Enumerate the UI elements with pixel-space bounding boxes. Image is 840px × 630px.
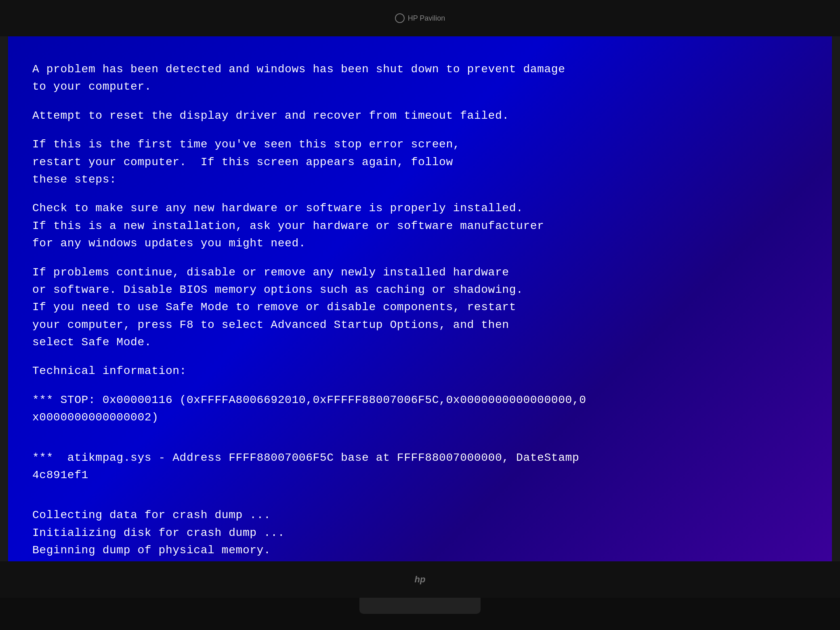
bsod-line-12: If you need to use Safe Mode to remove o… [32, 298, 804, 316]
monitor-stand [359, 598, 481, 614]
brand-label: HP Pavilion [408, 14, 445, 23]
spacer-10 [32, 495, 804, 506]
bsod-line-20: Collecting data for crash dump ... [32, 506, 804, 524]
spacer-8 [32, 438, 804, 449]
bsod-line-11: or software. Disable BIOS memory options… [32, 281, 804, 298]
bsod-line-15: Technical information: [32, 362, 804, 380]
spacer-1 [32, 96, 804, 107]
bsod-line-21: Initializing disk for crash dump ... [32, 524, 804, 542]
bsod-line-5: restart your computer. If this screen ap… [32, 153, 804, 171]
bsod-line-17: x0000000000000002) [32, 409, 804, 426]
bsod-line-3: Attempt to reset the display driver and … [32, 107, 804, 124]
hp-circle-icon [395, 13, 405, 23]
spacer-9 [32, 484, 804, 495]
bsod-line-22: Beginning dump of physical memory. [32, 542, 804, 559]
spacer-5 [32, 351, 804, 362]
bsod-line-13: your computer, press F8 to select Advanc… [32, 316, 804, 334]
bsod-line-1: A problem has been detected and windows … [32, 61, 804, 78]
bsod-line-8: If this is a new installation, ask your … [32, 217, 804, 235]
spacer-2 [32, 124, 804, 136]
bsod-line-16: *** STOP: 0x00000116 (0xFFFFA8006692010,… [32, 391, 804, 409]
spacer-3 [32, 188, 804, 200]
monitor: HP Pavilion A problem has been detected … [0, 0, 840, 630]
monitor-top-bar: HP Pavilion [0, 0, 840, 36]
bsod-line-2: to your computer. [32, 78, 804, 95]
bsod-line-23: Dumping physical memory to disk: 60 [32, 559, 804, 561]
bsod-line-18: *** atikmpag.sys - Address FFFF88007006F… [32, 449, 804, 466]
bsod-line-6: these steps: [32, 171, 804, 188]
spacer-7 [32, 426, 804, 438]
spacer-6 [32, 380, 804, 391]
bsod-line-9: for any windows updates you might need. [32, 235, 804, 252]
bsod-line-7: Check to make sure any new hardware or s… [32, 200, 804, 217]
screen-bezel: A problem has been detected and windows … [8, 36, 832, 561]
bsod-screen: A problem has been detected and windows … [8, 36, 832, 561]
monitor-stand-area [0, 598, 840, 630]
spacer-4 [32, 252, 804, 264]
bsod-line-14: select Safe Mode. [32, 334, 804, 351]
monitor-bottom-bar: hp [0, 561, 840, 598]
hp-logo-bottom: hp [415, 574, 426, 585]
hp-logo-top: HP Pavilion [395, 13, 445, 23]
bsod-line-19: 4c891ef1 [32, 466, 804, 484]
bsod-line-10: If problems continue, disable or remove … [32, 264, 804, 281]
bsod-line-4: If this is the first time you've seen th… [32, 136, 804, 153]
